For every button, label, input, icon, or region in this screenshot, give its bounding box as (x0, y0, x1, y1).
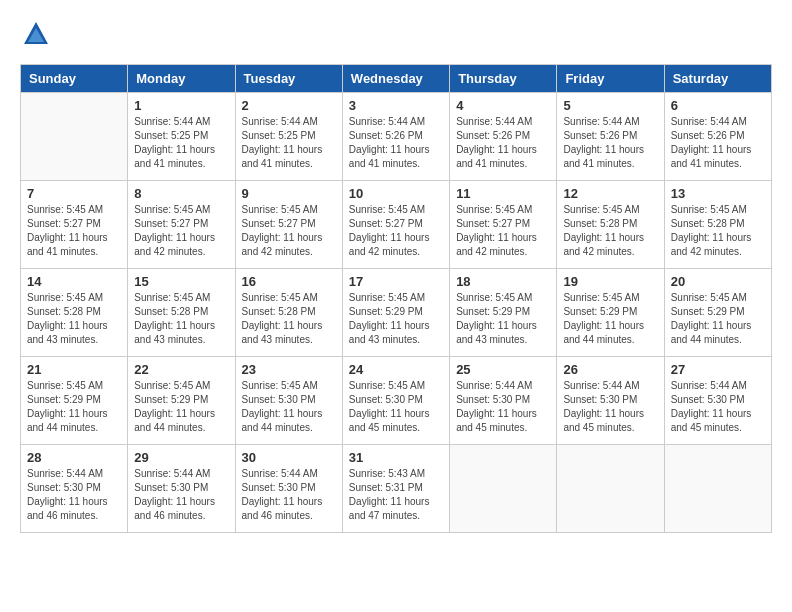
day-info-line: and 42 minutes. (671, 246, 742, 257)
day-info-line: Sunrise: 5:44 AM (563, 116, 639, 127)
day-info-line: Sunrise: 5:45 AM (27, 204, 103, 215)
day-info-line: and 47 minutes. (349, 510, 420, 521)
calendar-cell: 2Sunrise: 5:44 AMSunset: 5:25 PMDaylight… (235, 93, 342, 181)
day-number: 30 (242, 450, 336, 465)
day-info-line: and 45 minutes. (563, 422, 634, 433)
calendar-header-row: SundayMondayTuesdayWednesdayThursdayFrid… (21, 65, 772, 93)
day-info: Sunrise: 5:44 AMSunset: 5:26 PMDaylight:… (563, 115, 657, 171)
day-info-line: Daylight: 11 hours (242, 320, 323, 331)
day-info-line: and 41 minutes. (456, 158, 527, 169)
day-info: Sunrise: 5:45 AMSunset: 5:27 PMDaylight:… (456, 203, 550, 259)
day-number: 17 (349, 274, 443, 289)
calendar-cell: 1Sunrise: 5:44 AMSunset: 5:25 PMDaylight… (128, 93, 235, 181)
calendar-week-row: 7Sunrise: 5:45 AMSunset: 5:27 PMDaylight… (21, 181, 772, 269)
day-number: 12 (563, 186, 657, 201)
day-info-line: and 45 minutes. (456, 422, 527, 433)
logo (20, 20, 52, 48)
day-info-line: Sunrise: 5:45 AM (563, 204, 639, 215)
day-info-line: and 41 minutes. (242, 158, 313, 169)
day-info-line: Sunrise: 5:44 AM (134, 116, 210, 127)
day-info-line: Daylight: 11 hours (27, 320, 108, 331)
day-number: 5 (563, 98, 657, 113)
day-info-line: Sunrise: 5:45 AM (671, 204, 747, 215)
day-info: Sunrise: 5:44 AMSunset: 5:26 PMDaylight:… (456, 115, 550, 171)
day-info-line: Sunrise: 5:43 AM (349, 468, 425, 479)
day-info-line: and 42 minutes. (134, 246, 205, 257)
day-info-line: Sunrise: 5:45 AM (242, 292, 318, 303)
day-header-saturday: Saturday (664, 65, 771, 93)
calendar-week-row: 14Sunrise: 5:45 AMSunset: 5:28 PMDayligh… (21, 269, 772, 357)
day-info: Sunrise: 5:45 AMSunset: 5:29 PMDaylight:… (456, 291, 550, 347)
day-info: Sunrise: 5:45 AMSunset: 5:30 PMDaylight:… (242, 379, 336, 435)
day-info-line: Sunrise: 5:44 AM (456, 380, 532, 391)
day-info: Sunrise: 5:45 AMSunset: 5:28 PMDaylight:… (27, 291, 121, 347)
calendar-cell: 6Sunrise: 5:44 AMSunset: 5:26 PMDaylight… (664, 93, 771, 181)
day-info-line: Daylight: 11 hours (242, 496, 323, 507)
calendar-week-row: 21Sunrise: 5:45 AMSunset: 5:29 PMDayligh… (21, 357, 772, 445)
day-info-line: Sunrise: 5:45 AM (349, 380, 425, 391)
day-info-line: and 42 minutes. (349, 246, 420, 257)
day-info-line: and 46 minutes. (27, 510, 98, 521)
day-info-line: Sunrise: 5:44 AM (456, 116, 532, 127)
day-info: Sunrise: 5:44 AMSunset: 5:30 PMDaylight:… (242, 467, 336, 523)
day-info-line: Sunset: 5:29 PM (134, 394, 208, 405)
day-info: Sunrise: 5:44 AMSunset: 5:30 PMDaylight:… (563, 379, 657, 435)
day-info-line: Sunrise: 5:45 AM (563, 292, 639, 303)
day-info-line: Sunset: 5:29 PM (27, 394, 101, 405)
day-number: 14 (27, 274, 121, 289)
day-number: 26 (563, 362, 657, 377)
day-info-line: and 41 minutes. (27, 246, 98, 257)
day-number: 28 (27, 450, 121, 465)
day-info: Sunrise: 5:45 AMSunset: 5:29 PMDaylight:… (134, 379, 228, 435)
day-info-line: and 42 minutes. (563, 246, 634, 257)
calendar-cell: 11Sunrise: 5:45 AMSunset: 5:27 PMDayligh… (450, 181, 557, 269)
day-info: Sunrise: 5:44 AMSunset: 5:26 PMDaylight:… (349, 115, 443, 171)
day-info-line: Sunrise: 5:44 AM (349, 116, 425, 127)
day-info-line: Sunset: 5:29 PM (456, 306, 530, 317)
day-info-line: Sunrise: 5:44 AM (134, 468, 210, 479)
day-info-line: Sunset: 5:30 PM (242, 482, 316, 493)
day-info-line: Sunset: 5:28 PM (242, 306, 316, 317)
day-number: 31 (349, 450, 443, 465)
day-info-line: and 46 minutes. (134, 510, 205, 521)
day-info-line: Daylight: 11 hours (242, 232, 323, 243)
day-info-line: and 45 minutes. (671, 422, 742, 433)
calendar-cell (557, 445, 664, 533)
day-info-line: Daylight: 11 hours (563, 232, 644, 243)
day-info-line: and 44 minutes. (134, 422, 205, 433)
day-info-line: Daylight: 11 hours (349, 232, 430, 243)
day-info-line: Sunrise: 5:45 AM (242, 380, 318, 391)
day-number: 2 (242, 98, 336, 113)
day-info-line: Daylight: 11 hours (456, 408, 537, 419)
day-info-line: Sunrise: 5:44 AM (27, 468, 103, 479)
day-header-friday: Friday (557, 65, 664, 93)
calendar-cell: 27Sunrise: 5:44 AMSunset: 5:30 PMDayligh… (664, 357, 771, 445)
day-info: Sunrise: 5:45 AMSunset: 5:30 PMDaylight:… (349, 379, 443, 435)
day-info: Sunrise: 5:45 AMSunset: 5:28 PMDaylight:… (134, 291, 228, 347)
day-info-line: Sunset: 5:30 PM (349, 394, 423, 405)
day-number: 7 (27, 186, 121, 201)
calendar-week-row: 1Sunrise: 5:44 AMSunset: 5:25 PMDaylight… (21, 93, 772, 181)
day-info-line: Daylight: 11 hours (134, 320, 215, 331)
day-number: 27 (671, 362, 765, 377)
day-info-line: and 44 minutes. (671, 334, 742, 345)
day-number: 20 (671, 274, 765, 289)
day-info-line: Daylight: 11 hours (349, 496, 430, 507)
day-info-line: Daylight: 11 hours (456, 320, 537, 331)
day-info-line: Daylight: 11 hours (134, 144, 215, 155)
day-number: 13 (671, 186, 765, 201)
day-info-line: and 46 minutes. (242, 510, 313, 521)
day-info-line: Sunrise: 5:44 AM (563, 380, 639, 391)
day-info-line: and 44 minutes. (563, 334, 634, 345)
day-info: Sunrise: 5:44 AMSunset: 5:30 PMDaylight:… (671, 379, 765, 435)
day-info-line: Sunset: 5:25 PM (134, 130, 208, 141)
day-info-line: Sunrise: 5:45 AM (134, 204, 210, 215)
day-number: 15 (134, 274, 228, 289)
day-info-line: Daylight: 11 hours (349, 320, 430, 331)
calendar-cell: 28Sunrise: 5:44 AMSunset: 5:30 PMDayligh… (21, 445, 128, 533)
day-info-line: Daylight: 11 hours (563, 408, 644, 419)
day-number: 4 (456, 98, 550, 113)
calendar-cell: 25Sunrise: 5:44 AMSunset: 5:30 PMDayligh… (450, 357, 557, 445)
day-info-line: Sunrise: 5:45 AM (456, 292, 532, 303)
day-info-line: Daylight: 11 hours (27, 496, 108, 507)
